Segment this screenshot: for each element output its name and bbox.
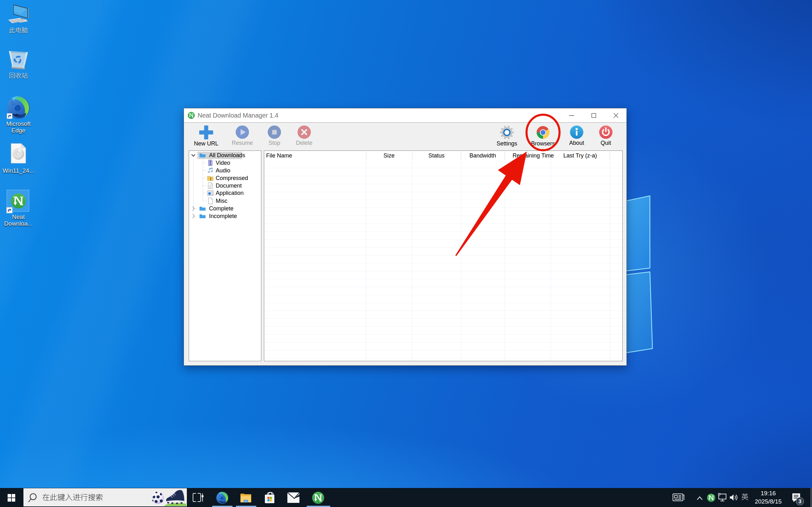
svg-text:3: 3 xyxy=(798,498,801,504)
